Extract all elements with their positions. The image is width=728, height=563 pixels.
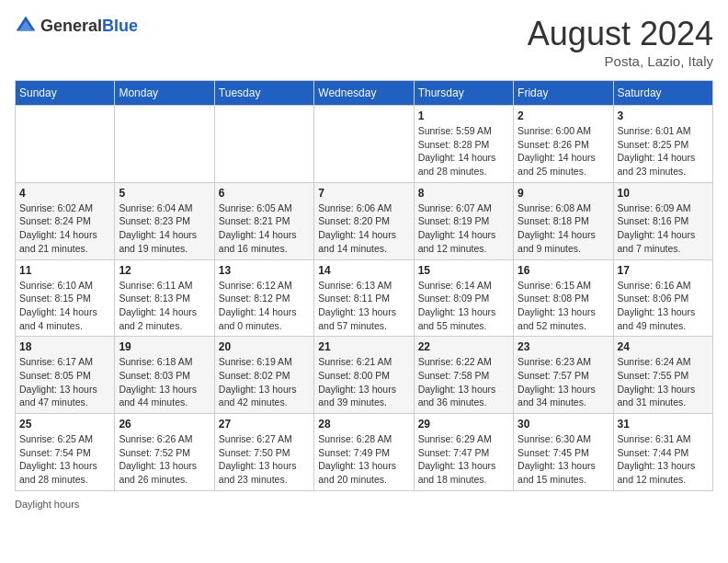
day-info: Sunrise: 6:17 AM Sunset: 8:05 PM Dayligh… xyxy=(19,355,110,409)
calendar-day-cell: 10Sunrise: 6:09 AM Sunset: 8:16 PM Dayli… xyxy=(613,182,712,259)
calendar-day-cell: 17Sunrise: 6:16 AM Sunset: 8:06 PM Dayli… xyxy=(613,259,712,337)
day-number: 26 xyxy=(119,418,210,431)
calendar-day-cell: 29Sunrise: 6:29 AM Sunset: 7:47 PM Dayli… xyxy=(414,414,513,491)
calendar-day-cell: 15Sunrise: 6:14 AM Sunset: 8:09 PM Dayli… xyxy=(414,259,513,337)
day-info: Sunrise: 5:59 AM Sunset: 8:28 PM Dayligh… xyxy=(418,124,509,178)
footer-note: Daylight hours xyxy=(15,499,713,510)
day-number: 9 xyxy=(518,187,609,200)
calendar-day-cell: 12Sunrise: 6:11 AM Sunset: 8:13 PM Dayli… xyxy=(115,259,214,337)
calendar-day-cell xyxy=(115,106,214,183)
logo-text-blue: Blue xyxy=(102,17,138,35)
day-info: Sunrise: 6:29 AM Sunset: 7:47 PM Dayligh… xyxy=(418,432,509,487)
calendar-day-header: Friday xyxy=(514,81,613,106)
day-number: 1 xyxy=(418,109,509,122)
day-info: Sunrise: 6:12 AM Sunset: 8:12 PM Dayligh… xyxy=(219,279,310,333)
day-number: 11 xyxy=(19,264,110,277)
day-number: 25 xyxy=(19,418,110,431)
calendar-day-cell: 30Sunrise: 6:30 AM Sunset: 7:45 PM Dayli… xyxy=(514,414,613,491)
day-info: Sunrise: 6:08 AM Sunset: 8:18 PM Dayligh… xyxy=(518,201,609,256)
calendar-day-header: Tuesday xyxy=(214,81,313,106)
calendar-day-cell: 25Sunrise: 6:25 AM Sunset: 7:54 PM Dayli… xyxy=(16,414,115,491)
day-info: Sunrise: 6:22 AM Sunset: 7:58 PM Dayligh… xyxy=(418,355,509,409)
day-number: 13 xyxy=(219,264,310,277)
day-number: 21 xyxy=(318,340,409,353)
calendar-day-cell: 27Sunrise: 6:27 AM Sunset: 7:50 PM Dayli… xyxy=(214,414,313,491)
calendar-day-cell: 9Sunrise: 6:08 AM Sunset: 8:18 PM Daylig… xyxy=(514,182,613,259)
day-number: 24 xyxy=(618,340,709,353)
daylight-hours-label: Daylight hours xyxy=(15,499,79,510)
calendar-day-cell: 31Sunrise: 6:31 AM Sunset: 7:44 PM Dayli… xyxy=(613,414,712,491)
calendar-day-cell: 4Sunrise: 6:02 AM Sunset: 8:24 PM Daylig… xyxy=(16,182,115,259)
calendar-day-header: Sunday xyxy=(16,81,115,106)
calendar-day-cell: 23Sunrise: 6:23 AM Sunset: 7:57 PM Dayli… xyxy=(514,337,613,414)
calendar-day-cell: 14Sunrise: 6:13 AM Sunset: 8:11 PM Dayli… xyxy=(314,259,414,337)
day-number: 6 xyxy=(219,187,310,200)
day-number: 10 xyxy=(618,187,709,200)
day-info: Sunrise: 6:26 AM Sunset: 7:52 PM Dayligh… xyxy=(119,432,210,487)
calendar-day-cell: 21Sunrise: 6:21 AM Sunset: 8:00 PM Dayli… xyxy=(314,337,414,414)
day-number: 2 xyxy=(518,109,609,122)
day-number: 12 xyxy=(119,264,210,277)
title-block: August 2024 Posta, Lazio, Italy xyxy=(528,15,713,69)
day-info: Sunrise: 6:30 AM Sunset: 7:45 PM Dayligh… xyxy=(518,432,609,487)
day-info: Sunrise: 6:06 AM Sunset: 8:20 PM Dayligh… xyxy=(318,201,409,256)
day-number: 4 xyxy=(19,187,110,200)
day-info: Sunrise: 6:21 AM Sunset: 8:00 PM Dayligh… xyxy=(318,355,409,409)
calendar-week-row: 1Sunrise: 5:59 AM Sunset: 8:28 PM Daylig… xyxy=(16,106,713,183)
day-number: 7 xyxy=(318,187,409,200)
day-info: Sunrise: 6:13 AM Sunset: 8:11 PM Dayligh… xyxy=(318,279,409,333)
logo-text-general: General xyxy=(40,17,102,35)
day-number: 20 xyxy=(219,340,310,353)
day-number: 30 xyxy=(518,418,609,431)
day-info: Sunrise: 6:18 AM Sunset: 8:03 PM Dayligh… xyxy=(119,355,210,409)
calendar-day-cell: 2Sunrise: 6:00 AM Sunset: 8:26 PM Daylig… xyxy=(514,106,613,183)
day-info: Sunrise: 6:27 AM Sunset: 7:50 PM Dayligh… xyxy=(219,432,310,487)
day-info: Sunrise: 6:10 AM Sunset: 8:15 PM Dayligh… xyxy=(19,279,110,333)
calendar-day-cell: 8Sunrise: 6:07 AM Sunset: 8:19 PM Daylig… xyxy=(414,182,513,259)
calendar-day-header: Wednesday xyxy=(314,81,414,106)
calendar-day-cell: 16Sunrise: 6:15 AM Sunset: 8:08 PM Dayli… xyxy=(514,259,613,337)
calendar-day-cell: 7Sunrise: 6:06 AM Sunset: 8:20 PM Daylig… xyxy=(314,182,414,259)
day-number: 18 xyxy=(19,340,110,353)
calendar-week-row: 25Sunrise: 6:25 AM Sunset: 7:54 PM Dayli… xyxy=(16,414,713,491)
day-number: 3 xyxy=(618,109,709,122)
day-info: Sunrise: 6:09 AM Sunset: 8:16 PM Dayligh… xyxy=(618,201,709,256)
calendar-day-cell: 18Sunrise: 6:17 AM Sunset: 8:05 PM Dayli… xyxy=(16,337,115,414)
day-number: 23 xyxy=(518,340,609,353)
day-info: Sunrise: 6:07 AM Sunset: 8:19 PM Dayligh… xyxy=(418,201,509,256)
day-number: 22 xyxy=(418,340,509,353)
calendar-day-cell: 13Sunrise: 6:12 AM Sunset: 8:12 PM Dayli… xyxy=(214,259,313,337)
calendar-day-cell: 1Sunrise: 5:59 AM Sunset: 8:28 PM Daylig… xyxy=(414,106,513,183)
calendar-day-cell: 11Sunrise: 6:10 AM Sunset: 8:15 PM Dayli… xyxy=(16,259,115,337)
calendar-day-cell xyxy=(314,106,414,183)
day-info: Sunrise: 6:25 AM Sunset: 7:54 PM Dayligh… xyxy=(19,432,110,487)
day-info: Sunrise: 6:05 AM Sunset: 8:21 PM Dayligh… xyxy=(219,201,310,256)
day-info: Sunrise: 6:14 AM Sunset: 8:09 PM Dayligh… xyxy=(418,279,509,333)
calendar-day-cell xyxy=(16,106,115,183)
logo-icon xyxy=(15,15,37,37)
calendar-day-cell xyxy=(214,106,313,183)
day-number: 17 xyxy=(618,264,709,277)
day-info: Sunrise: 6:15 AM Sunset: 8:08 PM Dayligh… xyxy=(518,279,609,333)
calendar-day-cell: 6Sunrise: 6:05 AM Sunset: 8:21 PM Daylig… xyxy=(214,182,313,259)
calendar-week-row: 4Sunrise: 6:02 AM Sunset: 8:24 PM Daylig… xyxy=(16,182,713,259)
calendar-day-cell: 20Sunrise: 6:19 AM Sunset: 8:02 PM Dayli… xyxy=(214,337,313,414)
calendar-day-cell: 26Sunrise: 6:26 AM Sunset: 7:52 PM Dayli… xyxy=(115,414,214,491)
calendar-week-row: 18Sunrise: 6:17 AM Sunset: 8:05 PM Dayli… xyxy=(16,337,713,414)
day-info: Sunrise: 6:23 AM Sunset: 7:57 PM Dayligh… xyxy=(518,355,609,409)
calendar-header-row: SundayMondayTuesdayWednesdayThursdayFrid… xyxy=(16,81,713,106)
day-info: Sunrise: 6:04 AM Sunset: 8:23 PM Dayligh… xyxy=(119,201,210,256)
calendar-day-header: Thursday xyxy=(414,81,513,106)
calendar-day-cell: 5Sunrise: 6:04 AM Sunset: 8:23 PM Daylig… xyxy=(115,182,214,259)
day-info: Sunrise: 6:01 AM Sunset: 8:25 PM Dayligh… xyxy=(618,124,709,178)
day-number: 16 xyxy=(518,264,609,277)
day-number: 19 xyxy=(119,340,210,353)
day-number: 28 xyxy=(318,418,409,431)
calendar-day-header: Saturday xyxy=(613,81,712,106)
day-number: 15 xyxy=(418,264,509,277)
calendar-day-cell: 24Sunrise: 6:24 AM Sunset: 7:55 PM Dayli… xyxy=(613,337,712,414)
calendar-day-cell: 3Sunrise: 6:01 AM Sunset: 8:25 PM Daylig… xyxy=(613,106,712,183)
page-header: GeneralBlue August 2024 Posta, Lazio, It… xyxy=(15,15,713,69)
day-info: Sunrise: 6:11 AM Sunset: 8:13 PM Dayligh… xyxy=(119,279,210,333)
day-number: 31 xyxy=(618,418,709,431)
